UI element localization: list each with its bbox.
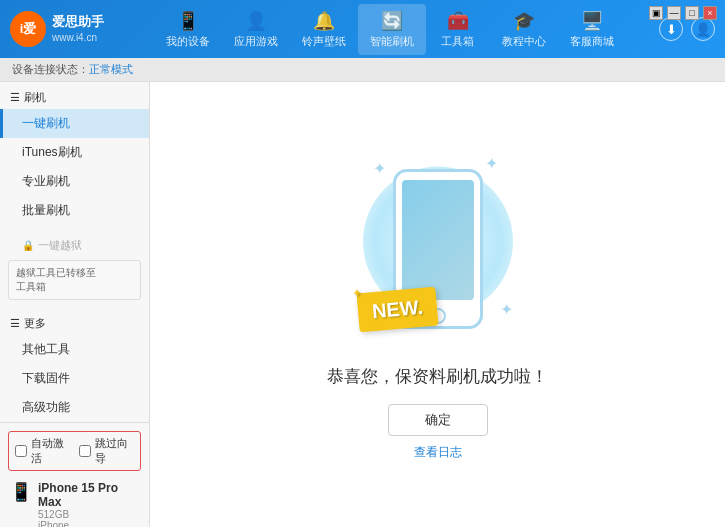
success-message: 恭喜您，保资料刷机成功啦！ [327,365,548,388]
auto-activate-label: 自动激活 [31,436,71,466]
main-layout: ☰ 刷机 一键刷机 iTunes刷机 专业刷机 批量刷机 🔒 一键越狱 越狱工具… [0,82,725,527]
nav-apps-games[interactable]: 👤 应用游戏 [222,4,290,55]
new-banner: NEW. [356,286,438,332]
device-name: iPhone 15 Pro Max [38,481,139,509]
logo-icon: i爱 [10,11,46,47]
close-button[interactable]: × [703,6,717,20]
sidebar-item-batch-flash[interactable]: 批量刷机 [0,196,149,225]
main-content: ✦ ✦ ✦ NEW. 恭喜您，保资料刷机成功啦！ 确定 查看日志 [150,82,725,527]
tutorial-icon: 🎓 [513,10,535,32]
restore-button[interactable]: □ [685,6,699,20]
sidebar: ☰ 刷机 一键刷机 iTunes刷机 专业刷机 批量刷机 🔒 一键越狱 越狱工具… [0,82,150,527]
breadcrumb-status[interactable]: 正常模式 [89,62,133,77]
flash-section-label: ☰ 刷机 [0,82,149,109]
nav-ringtones[interactable]: 🔔 铃声壁纸 [290,4,358,55]
sidebar-item-advanced[interactable]: 高级功能 [0,393,149,422]
toolbox-icon: 🧰 [447,10,469,32]
auto-activate-checkbox[interactable] [15,445,27,457]
ringtone-icon: 🔔 [313,10,335,32]
sparkle-1: ✦ [373,159,386,178]
nav-smart-flash[interactable]: 🔄 智能刷机 [358,4,426,55]
nav-service[interactable]: 🖥️ 客服商城 [558,4,626,55]
device-info: 📱 iPhone 15 Pro Max 512GB iPhone [8,477,141,527]
logo-area: i爱 爱思助手 www.i4.cn [10,11,120,47]
sparkle-2: ✦ [485,154,498,173]
phone-screen [402,180,474,300]
guide-activate-label: 跳过向导 [95,436,135,466]
minimize-button[interactable]: — [667,6,681,20]
download-button[interactable]: ⬇ [659,17,683,41]
header-right: ⬇ 👤 [659,17,715,41]
menu-icon: ☰ [10,91,20,104]
nav-tutorial[interactable]: 🎓 教程中心 [490,4,558,55]
sidebar-item-pro-flash[interactable]: 专业刷机 [0,167,149,196]
device-icon: 📱 [177,10,199,32]
device-phone-icon: 📱 [10,481,32,503]
nav-my-device[interactable]: 📱 我的设备 [154,4,222,55]
lock-icon: 🔒 [22,240,34,251]
device-storage: 512GB [38,509,139,520]
guide-activate-checkbox[interactable] [79,445,91,457]
wifi-icon: ▣ [649,6,663,20]
sparkle-3: ✦ [500,300,513,319]
apps-icon: 👤 [245,10,267,32]
sidebar-item-one-click-flash[interactable]: 一键刷机 [0,109,149,138]
header: i爱 爱思助手 www.i4.cn 📱 我的设备 👤 应用游戏 🔔 铃声壁纸 🔄 [0,0,725,58]
auto-activate-row: 自动激活 跳过向导 [8,431,141,471]
service-icon: 🖥️ [581,10,603,32]
flash-icon: 🔄 [381,10,403,32]
device-details: iPhone 15 Pro Max 512GB iPhone [38,481,139,527]
user-button[interactable]: 👤 [691,17,715,41]
sidebar-item-download-firmware[interactable]: 下载固件 [0,364,149,393]
phone-illustration: ✦ ✦ ✦ NEW. [348,149,528,349]
window-controls: ▣ — □ × [649,6,717,20]
more-section-label: ☰ 更多 [0,310,149,335]
more-menu-icon: ☰ [10,317,20,330]
content-area: ✦ ✦ ✦ NEW. 恭喜您，保资料刷机成功啦！ 确定 查看日志 [150,82,725,527]
warning-box: 越狱工具已转移至 工具箱 [8,260,141,300]
view-log-link[interactable]: 查看日志 [414,444,462,461]
nav-toolbox[interactable]: 🧰 工具箱 [426,4,490,55]
sidebar-item-itunes-flash[interactable]: iTunes刷机 [0,138,149,167]
sidebar-bottom: 自动激活 跳过向导 📱 iPhone 15 Pro Max 512GB iPho… [0,422,149,527]
sidebar-item-other-tools[interactable]: 其他工具 [0,335,149,364]
nav-items: 📱 我的设备 👤 应用游戏 🔔 铃声壁纸 🔄 智能刷机 🧰 工具箱 🎓 [120,4,659,55]
sidebar-item-jailbreak: 🔒 一键越狱 [0,233,149,258]
logo-text: 爱思助手 www.i4.cn [52,14,104,44]
confirm-button[interactable]: 确定 [388,404,488,436]
breadcrumb: 设备连接状态： 正常模式 [0,58,725,82]
device-type: iPhone [38,520,139,527]
